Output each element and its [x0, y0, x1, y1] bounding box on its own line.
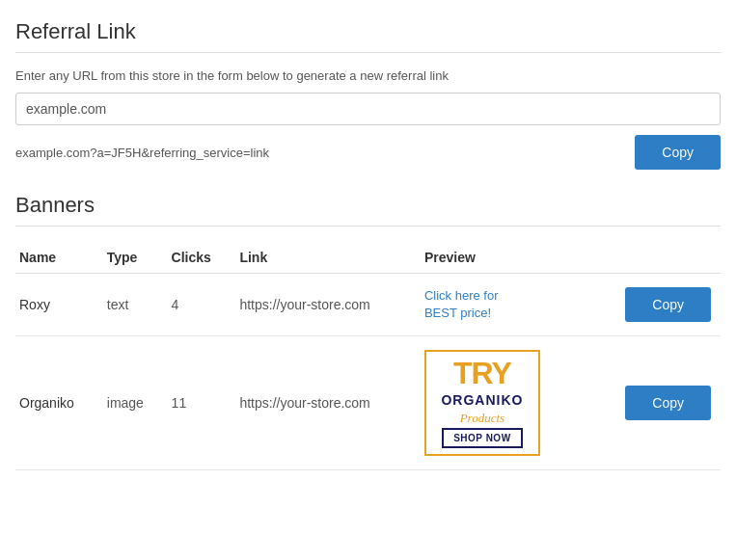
copy-referral-button[interactable]: Copy — [635, 135, 721, 170]
banners-section-title: Banners — [15, 193, 721, 218]
banner-try-text: TRY — [453, 358, 511, 388]
referral-result-row: example.com?a=JF5H&referring_service=lin… — [15, 135, 721, 170]
banner-preview-organiko: TRY ORGANIKO Products SHOP NOW — [421, 336, 593, 470]
banner-type-organiko: image — [103, 336, 168, 470]
table-header-row: Name Type Clicks Link Preview — [15, 242, 721, 274]
banner-products-text: Products — [460, 412, 504, 424]
banner-organiko-text: ORGANIKO — [441, 393, 523, 407]
referral-divider — [15, 52, 721, 53]
col-header-name: Name — [15, 242, 103, 274]
banner-name-roxy: Roxy — [15, 274, 103, 336]
banners-divider — [15, 226, 721, 227]
banner-name-organiko: Organiko — [15, 336, 103, 470]
col-header-clicks: Clicks — [168, 242, 236, 274]
copy-roxy-button[interactable]: Copy — [625, 287, 711, 322]
col-header-preview: Preview — [421, 242, 593, 274]
generated-url-text: example.com?a=JF5H&referring_service=lin… — [15, 146, 269, 160]
banner-shopnow-text: SHOP NOW — [442, 428, 522, 448]
col-header-action — [593, 242, 721, 274]
organiko-banner-image: TRY ORGANIKO Products SHOP NOW — [424, 350, 540, 456]
table-row: Organiko image 11 https://your-store.com… — [15, 336, 721, 470]
banner-clicks-organiko: 11 — [168, 336, 236, 470]
banners-table: Name Type Clicks Link Preview Roxy text … — [15, 242, 721, 470]
table-row: Roxy text 4 https://your-store.com Click… — [15, 274, 721, 336]
banner-link-roxy: https://your-store.com — [235, 274, 420, 336]
banner-type-roxy: text — [103, 274, 168, 336]
referral-description: Enter any URL from this store in the for… — [15, 68, 721, 83]
copy-organiko-button[interactable]: Copy — [625, 386, 711, 420]
referral-section-title: Referral Link — [15, 19, 721, 44]
roxy-preview-text: Click here for BEST price! — [424, 288, 499, 320]
col-header-link: Link — [235, 242, 420, 274]
banner-link-organiko: https://your-store.com — [235, 336, 420, 470]
banners-section: Banners Name Type Clicks Link Preview Ro… — [15, 193, 721, 470]
banner-action-roxy: Copy — [593, 274, 721, 336]
banner-preview-roxy: Click here for BEST price! — [421, 274, 593, 336]
col-header-type: Type — [103, 242, 168, 274]
banner-action-organiko: Copy — [593, 336, 721, 470]
url-input[interactable] — [15, 93, 721, 125]
banner-clicks-roxy: 4 — [168, 274, 236, 336]
